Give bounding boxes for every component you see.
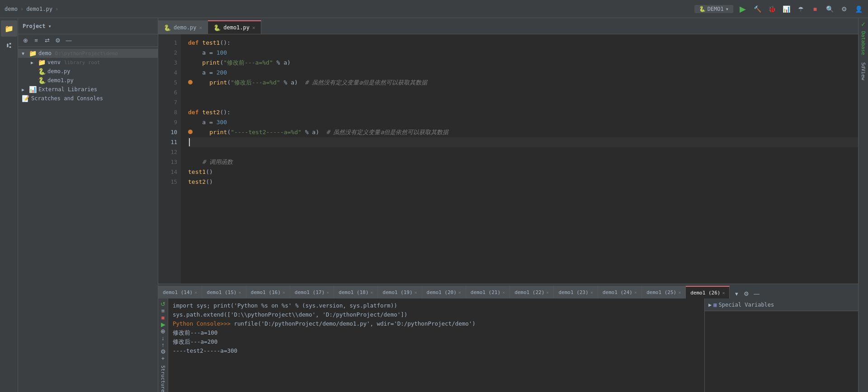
bottom-tab-15[interactable]: demo1 (15) ✕: [202, 286, 246, 299]
breadcrumb: demo › demo1.py ›: [5, 6, 58, 12]
right-sidebar: ✓ Database SdView: [858, 18, 868, 392]
avatar-button[interactable]: 👤: [854, 4, 863, 14]
file-tree-content: ▼ 📁 demo D:\pythonProject\demo ▶ 📁 venv …: [18, 47, 158, 392]
code-content[interactable]: def test1(): a = 100 print("修改前---a=%d" …: [181, 34, 858, 284]
build-button[interactable]: 🔨: [752, 4, 762, 14]
code-line-10: print("----test2-----a=%d" % a) # 虽然没有定义…: [188, 127, 858, 137]
tree-item-external-libs[interactable]: ▶ 📊 External Libraries: [18, 85, 158, 94]
bottom-tab-18[interactable]: demo1 (18) ✕: [334, 286, 378, 299]
more-tabs-btn[interactable]: ▾: [731, 289, 741, 299]
close-tab-24[interactable]: ✕: [634, 290, 637, 295]
ext-libs-arrow: ▶: [22, 87, 27, 92]
bottom-tab-17[interactable]: demo1 (17) ✕: [290, 286, 334, 299]
special-vars-icon: ▦: [713, 302, 717, 308]
bottom-tab-16[interactable]: demo1 (16) ✕: [246, 286, 290, 299]
tree-item-demo-py[interactable]: 🐍 demo.py: [18, 67, 158, 76]
tree-item-demo1-py[interactable]: 🐍 demo1.py: [18, 76, 158, 85]
close-tab-20[interactable]: ✕: [458, 290, 461, 295]
project-label: Project: [23, 23, 46, 29]
close-tab-19[interactable]: ✕: [415, 290, 417, 295]
run-button[interactable]: ▶: [738, 4, 748, 14]
close-tab-17[interactable]: ✕: [326, 290, 329, 295]
bottom-tab-24[interactable]: demo1 (24) ✕: [598, 286, 642, 299]
breadcrumb-file[interactable]: demo1.py: [26, 6, 52, 12]
close-tab-22[interactable]: ✕: [546, 290, 549, 295]
scratches-icon: 📝: [22, 95, 29, 102]
settings-tree-btn[interactable]: ⚙: [53, 36, 63, 46]
line-12: 12: [158, 147, 177, 157]
bottom-tab-14[interactable]: demo1 (14) ✕: [158, 286, 202, 299]
code-area[interactable]: 1 2 3 4 5 6 7 8 9 10 11 12 13 14 15: [158, 34, 858, 284]
expand-btn[interactable]: ⇄: [42, 36, 52, 46]
step-out-btn[interactable]: ↑: [158, 341, 168, 348]
import-line: import sys; print('Python %s on %s' % (s…: [173, 301, 700, 310]
tab-demo1-py[interactable]: 🐍 demo1.py ✕: [208, 20, 261, 34]
step-over-btn[interactable]: ⊕: [158, 328, 168, 335]
close-tab-16[interactable]: ✕: [283, 290, 285, 295]
expand-arrow[interactable]: ▶: [708, 302, 712, 308]
tree-item-scratches[interactable]: 📝 Scratches and Consoles: [18, 94, 158, 103]
tab-demo-py[interactable]: 🐍 demo.py ✕: [158, 20, 208, 34]
commit-icon[interactable]: ⑆: [1, 37, 17, 54]
structure-label[interactable]: Structure: [159, 362, 167, 392]
step-into-btn[interactable]: ↓: [158, 335, 168, 341]
code-line-4: a = 200: [188, 68, 858, 78]
close-tab-14[interactable]: ✕: [194, 290, 197, 295]
bottom-tab-20[interactable]: demo1 (20) ✕: [422, 286, 466, 299]
run-config-label[interactable]: 🐍 DEMO1 ▾: [694, 5, 733, 13]
sdview-label[interactable]: SdView: [859, 59, 867, 84]
code-line-11[interactable]: [188, 137, 858, 147]
ext-libs-label: External Libraries: [38, 86, 97, 93]
stop-debug-btn[interactable]: ■: [158, 314, 168, 321]
dump-threads-btn[interactable]: ≡: [158, 308, 168, 314]
tree-item-demo[interactable]: ▼ 📁 demo D:\pythonProject\demo: [18, 49, 158, 58]
coverage-button[interactable]: ☂: [796, 4, 806, 14]
code-line-15: test2(): [188, 177, 858, 187]
close-tab-23[interactable]: ✕: [590, 290, 593, 295]
add-debug-btn[interactable]: +: [158, 355, 168, 362]
console-area[interactable]: import sys; print('Python %s on %s' % (s…: [168, 299, 704, 392]
reload-btn[interactable]: ↺: [158, 301, 168, 308]
stop-button[interactable]: ■: [810, 4, 820, 14]
bottom-tab-22[interactable]: demo1 (22) ✕: [510, 286, 554, 299]
close-tree-btn[interactable]: —: [64, 36, 74, 46]
bottom-tab-21[interactable]: demo1 (21) ✕: [466, 286, 510, 299]
bottom-settings-btn[interactable]: ⚙: [741, 289, 751, 299]
demo-path: D:\pythonProject\demo: [55, 51, 118, 56]
project-icon[interactable]: 📁: [1, 20, 17, 37]
bottom-tab-26[interactable]: demo1 (26) ✕: [686, 286, 730, 299]
close-tab-15[interactable]: ✕: [239, 290, 241, 295]
line-1: 1: [158, 38, 177, 48]
demo-arrow: ▼: [22, 51, 27, 56]
venv-arrow: ▶: [31, 60, 36, 65]
close-tab-18[interactable]: ✕: [370, 290, 373, 295]
right-check: ✓: [861, 20, 865, 28]
bottom-tab-25[interactable]: demo1 (25) ✕: [642, 286, 686, 299]
bottom-tab-19[interactable]: demo1 (19) ✕: [378, 286, 422, 299]
close-tab-25[interactable]: ✕: [678, 290, 681, 295]
line-9: 9: [158, 117, 177, 127]
line-7: 7: [158, 98, 177, 107]
bottom-close-btn[interactable]: —: [751, 289, 761, 299]
database-label[interactable]: Database: [859, 28, 867, 59]
file-tree-toolbar: ⊕ ≡ ⇄ ⚙ —: [18, 34, 158, 47]
settings-debug-btn[interactable]: ⚙: [158, 348, 168, 355]
collapse-btn[interactable]: ≡: [31, 36, 41, 46]
search-button[interactable]: 🔍: [825, 4, 835, 14]
settings-button[interactable]: ⚙: [839, 4, 849, 14]
bottom-tab-23[interactable]: demo1 (23) ✕: [554, 286, 598, 299]
demo-py-label: demo.py: [47, 68, 71, 75]
resume-btn[interactable]: ▶: [158, 321, 168, 328]
sync-btn[interactable]: ⊕: [20, 36, 30, 46]
breadcrumb-demo[interactable]: demo: [5, 6, 18, 12]
tab-demo1-py-close[interactable]: ✕: [252, 25, 255, 31]
tab-demo-py-close[interactable]: ✕: [199, 25, 203, 31]
paren-1: ():: [220, 38, 230, 48]
profile-button[interactable]: 📊: [781, 4, 791, 14]
console-prompt: Python Console>>>: [173, 320, 231, 327]
debug-button[interactable]: 🐞: [767, 4, 777, 14]
close-tab-21[interactable]: ✕: [502, 290, 505, 295]
project-dropdown-arrow[interactable]: ▾: [48, 23, 52, 29]
tree-item-venv[interactable]: ▶ 📁 venv library root: [18, 58, 158, 67]
close-tab-26[interactable]: ✕: [722, 290, 725, 295]
